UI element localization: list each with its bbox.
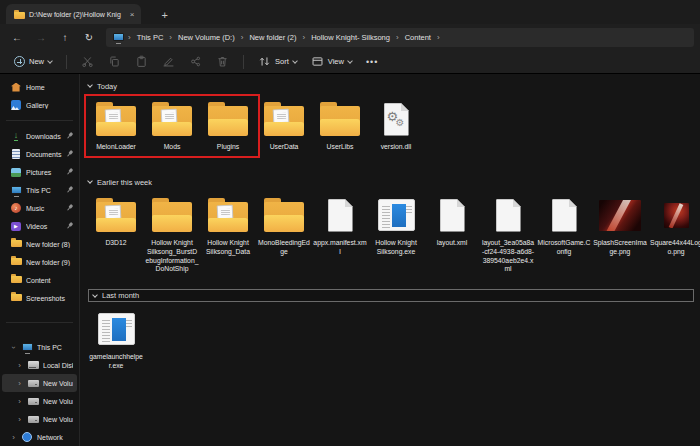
sidebar-item-new-volume-e[interactable]: ›New Volume (E:) <box>2 392 77 410</box>
sidebar-item-label: New folder (9) <box>26 259 73 266</box>
sidebar-item-gallery[interactable]: Gallery <box>2 96 77 114</box>
pin-icon <box>64 221 75 232</box>
refresh-button[interactable]: ↻ <box>78 28 100 46</box>
breadcrumb-segment-new-folder-2[interactable]: New folder (2) <box>247 32 298 43</box>
folder-icon <box>11 294 22 303</box>
sidebar-item-label: Local Disk (C:) <box>43 362 73 369</box>
sidebar-item-label: Content <box>26 277 73 284</box>
toolbar-separator <box>243 55 244 69</box>
sidebar-item-screenshots[interactable]: Screenshots <box>2 289 77 307</box>
file-item-mods[interactable]: Mods <box>144 96 200 152</box>
file-name-label: MonoBleedingEdge <box>257 239 311 257</box>
breadcrumb[interactable]: ›This PC›New Volume (D:)›New folder (2)›… <box>106 28 694 47</box>
sidebar-item-pictures[interactable]: Pictures <box>2 163 77 181</box>
group-header-earlier-this-week[interactable]: Earlier this week <box>88 176 698 188</box>
copy-button[interactable] <box>102 52 127 71</box>
folder-icon <box>94 101 138 137</box>
sidebar-item-music[interactable]: ♪Music <box>2 199 77 217</box>
paste-button[interactable] <box>129 52 154 71</box>
application-icon <box>378 199 415 231</box>
sidebar-item-label: Downloads <box>26 133 62 140</box>
sidebar-item-local-disk-c[interactable]: ›Local Disk (C:) <box>2 356 77 374</box>
chevron-collapsed-icon[interactable]: › <box>16 361 23 370</box>
file-item-splashscreenimage-png[interactable]: SplashScreenImage.png <box>592 192 648 257</box>
file-item-square44x44logo-png[interactable]: Square44x44Logo.png <box>648 192 700 257</box>
file-item-melonloader[interactable]: MelonLoader <box>88 96 144 152</box>
drive-icon <box>28 416 39 423</box>
folder-icon <box>11 276 22 285</box>
see-more-button[interactable]: ••• <box>360 57 384 67</box>
share-button[interactable] <box>183 52 208 71</box>
computer-icon <box>113 33 124 41</box>
file-item-version-dll[interactable]: ⚙⚙version.dll <box>368 96 424 152</box>
file-item-hollow-knight-silksong-burstdebuginforma[interactable]: Hollow Knight Silksong_BurstDebugInforma… <box>144 192 200 274</box>
group-header-today[interactable]: Today <box>88 80 698 92</box>
sidebar-item-content[interactable]: Content <box>2 271 77 289</box>
pc-icon <box>11 186 22 194</box>
sidebar-item-network[interactable]: ›Network <box>2 428 77 446</box>
chevron-collapsed-icon[interactable]: › <box>10 433 17 442</box>
sidebar-item-documents[interactable]: Documents <box>2 145 77 163</box>
sidebar-item-new-volume-d[interactable]: ›New Volume (D:) <box>2 374 77 392</box>
file-list-pane: TodayMelonLoaderModsPluginsUserDataUserL… <box>80 74 700 446</box>
breadcrumb-segment-content[interactable]: Content <box>403 32 433 43</box>
file-item-layout-xml[interactable]: layout.xml <box>424 192 480 248</box>
sidebar-item-new-folder-9[interactable]: New folder (9) <box>2 253 77 271</box>
sidebar-item-new-volume-f[interactable]: ›New Volume (F:) <box>2 410 77 428</box>
sidebar-item-label: Pictures <box>26 169 62 176</box>
file-item-userlibs[interactable]: UserLibs <box>312 96 368 152</box>
plus-icon <box>14 56 25 67</box>
breadcrumb-segment-this-pc[interactable]: This PC <box>135 32 166 43</box>
tab-close-icon[interactable]: × <box>130 10 135 19</box>
sidebar-item-this-pc[interactable]: ›This PC <box>2 338 77 356</box>
chevron-collapsed-icon[interactable]: › <box>16 415 23 424</box>
file-item-hollow-knight-silksong-exe[interactable]: Hollow Knight Silksong.exe <box>368 192 424 257</box>
rename-button[interactable] <box>156 52 181 71</box>
file-name-label: appx.manifest.xml <box>313 239 367 257</box>
file-name-label: Hollow Knight Silksong_Data <box>201 239 255 257</box>
sidebar-item-downloads[interactable]: ↓Downloads <box>2 127 77 145</box>
view-button[interactable]: View <box>305 52 358 71</box>
folder-icon <box>262 101 306 137</box>
explorer-tab[interactable]: D:\New folder (2)\Hollow Knig × <box>6 4 141 24</box>
back-button[interactable]: ← <box>6 28 28 46</box>
tab-title: D:\New folder (2)\Hollow Knig <box>29 11 121 18</box>
folder-icon <box>94 197 138 233</box>
up-button[interactable]: ↑ <box>54 28 76 46</box>
file-explorer-window: D:\New folder (2)\Hollow Knig × + ← → ↑ … <box>0 0 700 446</box>
new-button[interactable]: New <box>8 53 58 70</box>
sidebar-item-new-folder-8[interactable]: New folder (8) <box>2 235 77 253</box>
breadcrumb-chevron-icon: › <box>302 33 305 42</box>
file-icon <box>496 199 521 232</box>
chevron-collapsed-icon[interactable]: › <box>16 379 23 388</box>
group-header-last-month[interactable]: Last month <box>88 289 694 302</box>
sort-button[interactable]: Sort <box>252 52 303 71</box>
file-item-monobleedingedge[interactable]: MonoBleedingEdge <box>256 192 312 257</box>
sidebar-item-home[interactable]: Home <box>2 78 77 96</box>
file-item-hollow-knight-silksong-data[interactable]: Hollow Knight Silksong_Data <box>200 192 256 257</box>
folder-icon <box>13 10 24 19</box>
application-icon <box>98 313 135 345</box>
file-item-microsoftgame-config[interactable]: MicrosoftGame.Config <box>536 192 592 257</box>
disk-icon <box>28 361 39 369</box>
forward-button[interactable]: → <box>30 28 52 46</box>
file-name-label: MelonLoader <box>96 143 136 152</box>
breadcrumb-segment-hollow-knight-silksong[interactable]: Hollow Knight- Silksong <box>309 32 392 43</box>
file-item-userdata[interactable]: UserData <box>256 96 312 152</box>
file-item-appx-manifest-xml[interactable]: appx.manifest.xml <box>312 192 368 257</box>
cut-button[interactable] <box>75 52 100 71</box>
file-item-d3d12[interactable]: D3D12 <box>88 192 144 248</box>
file-item-layout-3ea05a8a-cf24-4938-a6d8-389540aeb[interactable]: layout_3ea05a8a-cf24-4938-a6d8-389540aeb… <box>480 192 536 274</box>
sidebar-item-videos[interactable]: ▶Videos <box>2 217 77 235</box>
chevron-collapsed-icon[interactable]: › <box>16 397 23 406</box>
delete-button[interactable] <box>210 52 235 71</box>
sidebar-item-this-pc[interactable]: This PC <box>2 181 77 199</box>
file-item-gamelaunchhelper-exe[interactable]: gamelaunchhelper.exe <box>88 306 144 371</box>
chevron-down-icon <box>292 58 298 64</box>
file-icon <box>328 199 353 232</box>
chevron-expanded-icon[interactable]: › <box>9 344 18 351</box>
breadcrumb-chevron-icon: › <box>169 33 172 42</box>
new-tab-button[interactable]: + <box>155 9 173 24</box>
file-item-plugins[interactable]: Plugins <box>200 96 256 152</box>
breadcrumb-segment-new-volume-d[interactable]: New Volume (D:) <box>176 32 237 43</box>
